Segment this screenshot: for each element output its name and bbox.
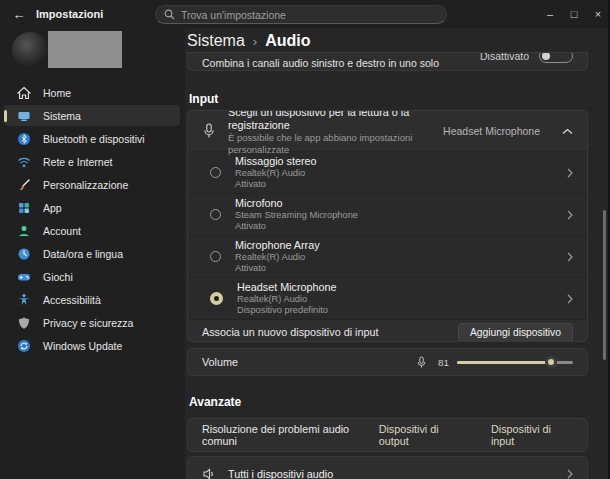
search-input[interactable]: Trova un'impostazione (155, 5, 447, 24)
volume-label: Volume (202, 356, 238, 368)
chevron-right-icon[interactable] (567, 210, 573, 220)
chevron-right-icon[interactable] (567, 294, 573, 304)
troubleshoot-label: Risoluzione dei problemi audio comuni (202, 423, 379, 447)
sidebar-item-label: Data/ora e lingua (43, 248, 123, 260)
sidebar-item-windows-update[interactable]: Windows Update (4, 335, 180, 356)
sidebar-item-giochi[interactable]: Giochi (4, 266, 180, 287)
back-button[interactable]: ← (6, 3, 32, 25)
device-driver: Steam Streaming Microphone (235, 210, 567, 222)
datetime-icon (16, 246, 31, 261)
sidebar-item-label: Accessibilità (43, 294, 101, 306)
sidebar-item-app[interactable]: App (4, 197, 180, 218)
device-name: Microfono (235, 197, 567, 210)
device-name: Headset Microphone (237, 281, 567, 294)
sidebar-item-label: Rete e Internet (43, 156, 112, 168)
sidebar-item-bluetooth[interactable]: Bluetooth e dispositivi (4, 128, 180, 149)
device-name: Missaggio stereo (235, 155, 567, 168)
sidebar-item-personalizzazione[interactable]: Personalizzazione (4, 174, 180, 195)
picker-selected-value: Headset Microphone (443, 125, 540, 137)
mono-audio-row[interactable]: Combina i canali audio sinistro e destro… (187, 52, 588, 71)
maximize-button[interactable]: □ (562, 0, 586, 28)
sidebar-item-data-ora[interactable]: Data/ora e lingua (4, 243, 180, 264)
chevron-up-icon[interactable] (562, 128, 573, 135)
settings-window: ← Impostazioni Trova un'impostazione – □… (0, 0, 610, 479)
breadcrumb: Sistema › Audio (187, 32, 310, 50)
device-list: Missaggio stereo Realtek(R) Audio Attiva… (188, 151, 587, 320)
volume-row: Volume 81 (187, 348, 588, 376)
sidebar: Home Sistema Bluetooth e dispositivi Ret… (0, 28, 185, 479)
mic-volume-icon (416, 356, 427, 369)
sidebar-nav: Home Sistema Bluetooth e dispositivi Ret… (0, 28, 185, 479)
apps-icon (16, 200, 31, 215)
input-devices-link[interactable]: Dispositivi di input (491, 423, 573, 447)
slider-thumb[interactable] (545, 356, 557, 368)
sidebar-item-home[interactable]: Home (4, 82, 180, 103)
device-driver: Realtek(R) Audio (235, 252, 567, 264)
output-devices-link[interactable]: Dispositivi di output (379, 423, 467, 447)
input-device-picker-card: Scegli un dispositivo per la lettura o l… (187, 110, 588, 342)
sidebar-item-label: Home (43, 87, 71, 99)
radio-button[interactable] (210, 292, 223, 305)
sidebar-item-label: Bluetooth e dispositivi (43, 133, 145, 145)
sidebar-item-label: Sistema (43, 110, 81, 122)
sidebar-item-label: Giochi (43, 271, 73, 283)
sidebar-item-account[interactable]: Account (4, 220, 180, 241)
home-icon (16, 85, 31, 100)
minimize-button[interactable]: – (538, 0, 562, 28)
privacy-shield-icon (16, 315, 31, 330)
breadcrumb-separator: › (253, 34, 257, 49)
device-row-headset-microphone[interactable]: Headset Microphone Realtek(R) Audio Disp… (188, 278, 587, 320)
device-driver: Realtek(R) Audio (237, 294, 567, 306)
sidebar-item-label: Account (43, 225, 81, 237)
settings-scroll-region[interactable]: Combina i canali audio sinistro e destro… (187, 52, 590, 479)
sidebar-item-sistema[interactable]: Sistema (4, 105, 180, 126)
all-audio-devices-row[interactable]: Tutti i dispositivi audio (187, 456, 588, 479)
account-icon (16, 223, 31, 238)
system-icon (16, 108, 31, 123)
chevron-right-icon[interactable] (567, 252, 573, 262)
vertical-scrollbar[interactable] (603, 28, 607, 479)
all-audio-devices-label: Tutti i dispositivi audio (228, 468, 555, 479)
accessibility-icon (16, 292, 31, 307)
input-section-label: Input (189, 92, 218, 106)
personalization-icon (16, 177, 31, 192)
app-title: Impostazioni (36, 8, 103, 20)
input-device-picker-header[interactable]: Scegli un dispositivo per la lettura o l… (188, 111, 587, 151)
device-row-microphone-array[interactable]: Microphone Array Realtek(R) Audio Attiva… (188, 236, 587, 278)
radio-button[interactable] (210, 209, 221, 220)
mono-audio-label: Combina i canali audio sinistro e destro… (202, 57, 439, 69)
device-row-microfono[interactable]: Microfono Steam Streaming Microphone Att… (188, 194, 587, 236)
pair-device-row: Associa un nuovo dispositivo di input Ag… (188, 320, 587, 342)
sidebar-item-label: Personalizzazione (43, 179, 128, 191)
chevron-right-icon[interactable] (567, 469, 573, 479)
scrollbar-thumb[interactable] (603, 210, 606, 360)
close-button[interactable]: × (586, 0, 610, 28)
device-name: Microphone Array (235, 239, 567, 252)
breadcrumb-parent[interactable]: Sistema (187, 32, 245, 50)
sidebar-item-label: App (43, 202, 62, 214)
picker-title: Scegli un dispositivo per la lettura o l… (228, 110, 431, 132)
sidebar-item-privacy[interactable]: Privacy e sicurezza (4, 312, 180, 333)
radio-button[interactable] (210, 167, 221, 178)
mono-toggle-state: Disattivato (480, 52, 529, 62)
chevron-right-icon[interactable] (567, 168, 573, 178)
device-row-missaggio-stereo[interactable]: Missaggio stereo Realtek(R) Audio Attiva… (188, 152, 587, 194)
gaming-icon (16, 269, 31, 284)
device-status: Attivato (235, 263, 567, 275)
radio-button[interactable] (210, 251, 221, 262)
sidebar-item-rete[interactable]: Rete e Internet (4, 151, 180, 172)
advanced-section-label: Avanzate (189, 395, 241, 409)
window-controls: – □ × (538, 0, 610, 28)
network-icon (16, 154, 31, 169)
device-status: Dispositivo predefinito (237, 305, 567, 317)
device-status: Attivato (235, 221, 567, 233)
troubleshoot-row: Risoluzione dei problemi audio comuni Di… (187, 418, 588, 452)
bluetooth-icon (16, 131, 31, 146)
pair-device-label: Associa un nuovo dispositivo di input (202, 326, 378, 338)
search-icon (164, 9, 175, 20)
page-title: Audio (265, 32, 310, 50)
add-device-button[interactable]: Aggiungi dispositivo (458, 323, 573, 342)
sidebar-item-accessibilita[interactable]: Accessibilità (4, 289, 180, 310)
mono-toggle[interactable] (539, 52, 573, 63)
volume-slider[interactable] (457, 356, 573, 368)
